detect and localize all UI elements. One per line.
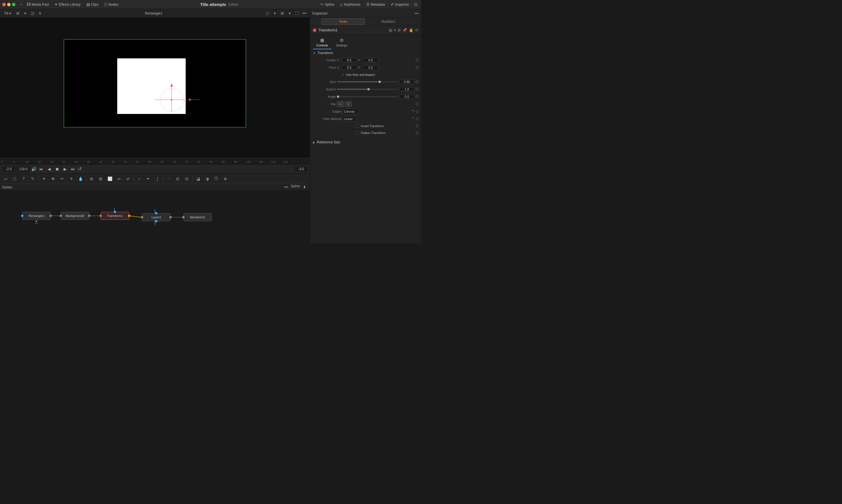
- keyframes-button[interactable]: ◇ Keyframes: [338, 2, 363, 7]
- lock-icon[interactable]: 🔒: [409, 28, 413, 32]
- pivot-x-input[interactable]: [341, 65, 357, 70]
- grid-view-icon[interactable]: ⊞: [398, 28, 401, 32]
- effects-library-button[interactable]: ✦ Effects Library: [52, 2, 83, 7]
- brush-tool[interactable]: ✏: [58, 175, 67, 183]
- share-icon[interactable]: ⊡: [413, 1, 419, 8]
- center-y-input[interactable]: [363, 58, 379, 62]
- size-slider[interactable]: [337, 81, 398, 83]
- select-tool[interactable]: ▭: [1, 175, 10, 183]
- tab-tools[interactable]: Tools: [321, 18, 365, 25]
- nodes-spline-icon[interactable]: ⬍: [301, 184, 308, 191]
- flatten-keyframe-diamond[interactable]: [415, 131, 418, 134]
- crop-tool[interactable]: ⬜: [106, 175, 114, 183]
- center-x-input[interactable]: [341, 58, 357, 62]
- go-to-end-button[interactable]: ⏭: [70, 166, 76, 172]
- node-Layer2[interactable]: Layer2: [142, 213, 171, 221]
- chevron-down-icon[interactable]: ▾: [394, 28, 396, 32]
- minimize-button[interactable]: [7, 3, 11, 6]
- ctrl-tab-controls[interactable]: ⊞ Controls: [313, 36, 331, 49]
- view-chevron-icon[interactable]: ▾: [37, 10, 43, 17]
- pivot-keyframe-diamond[interactable]: [415, 66, 418, 69]
- particle2-tool[interactable]: ⁖: [164, 175, 173, 183]
- size-keyframe-diamond[interactable]: [415, 80, 418, 83]
- fit-dropdown[interactable]: Fit ▾: [2, 11, 13, 16]
- viewer-grid-chevron2[interactable]: ▾: [286, 10, 293, 17]
- app-menu-icon[interactable]: ▾: [19, 2, 23, 7]
- pivot-y-input[interactable]: [363, 65, 379, 70]
- filter-method-select[interactable]: Linear Nearest Bicubic: [343, 116, 356, 122]
- flip-keyframe-diamond[interactable]: [415, 102, 418, 106]
- edges-select[interactable]: Canvas Wrap Duplicate: [343, 109, 358, 114]
- transform2-tool[interactable]: ⊞: [87, 175, 96, 183]
- node-MediaOut1[interactable]: MediaOut1: [183, 213, 212, 221]
- play-button[interactable]: ▶: [62, 166, 68, 172]
- mask-tool[interactable]: ✥: [49, 175, 57, 183]
- map-tool[interactable]: ⊟: [182, 175, 191, 183]
- timeline-strip[interactable]: 0 5 10 15 20 25 30 35 40 45 50 55 60 65 …: [0, 158, 310, 164]
- go-to-start-button[interactable]: ⏮: [38, 166, 44, 172]
- aspect-slider[interactable]: [337, 89, 398, 90]
- fill-tool[interactable]: ◑: [203, 175, 211, 183]
- loop-button[interactable]: ↺: [78, 166, 82, 172]
- center-keyframe-diamond[interactable]: [415, 58, 418, 61]
- text-tool[interactable]: T: [19, 175, 28, 183]
- ellipse-tool[interactable]: ○: [135, 175, 143, 183]
- viewer-fullscreen-icon[interactable]: ⛶: [294, 10, 300, 17]
- flip-h-button[interactable]: ⇔: [337, 101, 344, 107]
- flip-tool[interactable]: ⇄: [124, 175, 132, 183]
- flatten-transform-checkbox[interactable]: [356, 131, 359, 134]
- extra-tool[interactable]: ⊕: [221, 175, 230, 183]
- close-button[interactable]: [2, 3, 6, 6]
- view-mode-icon[interactable]: ⊞: [15, 10, 21, 17]
- media-pool-button[interactable]: 🎞 Media Pool: [24, 2, 51, 7]
- angle-keyframe-diamond[interactable]: [415, 95, 418, 98]
- grid-tool[interactable]: ⊟: [173, 175, 182, 183]
- angle-value-input[interactable]: [399, 94, 415, 99]
- reference-size-section[interactable]: ▶ Reference Size: [310, 139, 421, 146]
- angle-slider[interactable]: [337, 96, 398, 97]
- pen-tool[interactable]: ✒: [144, 175, 153, 183]
- inspector-button[interactable]: ✐ Inspector: [388, 2, 411, 7]
- inspector-more-icon[interactable]: •••: [415, 11, 419, 16]
- size-value-input[interactable]: [399, 79, 415, 84]
- viewer-grid-icon[interactable]: ⊞: [279, 10, 285, 17]
- filter-keyframe-diamond[interactable]: [415, 117, 418, 120]
- resize-tool[interactable]: ⇔: [115, 175, 123, 183]
- flip-v-button[interactable]: ⇕: [345, 101, 352, 107]
- aspect-value-input[interactable]: [399, 87, 415, 91]
- section-header-transform[interactable]: ▼ Transform: [313, 51, 418, 55]
- node-Rectangle1[interactable]: Rectangle1 ▶ ●●: [22, 212, 51, 220]
- volume-icon[interactable]: 🔊: [31, 167, 36, 171]
- viewer-display-icon[interactable]: ⬡: [264, 10, 270, 17]
- reset-icon[interactable]: ↺: [415, 28, 418, 32]
- nodes-tool[interactable]: ⬡: [10, 175, 19, 183]
- type2-tool[interactable]: Ⓣ: [212, 175, 221, 183]
- view-toggle-icon[interactable]: ▾: [22, 10, 28, 17]
- step-back-button[interactable]: ◀: [46, 166, 52, 172]
- gizmo-center[interactable]: [171, 99, 172, 101]
- aspect-keyframe-diamond[interactable]: [415, 88, 418, 91]
- nodes-button[interactable]: ⬡ Nodes: [102, 2, 121, 7]
- node-Background2[interactable]: Background2: [61, 212, 89, 220]
- warp-tool[interactable]: ⊠: [97, 175, 105, 183]
- spline-button[interactable]: 〜 Spline: [318, 1, 337, 8]
- nodes-canvas[interactable]: Rectangle1 ▶ ●● Background2 Transform1: [0, 191, 310, 244]
- invert-transform-checkbox[interactable]: [356, 124, 359, 128]
- metadata-button[interactable]: ☰ Metadata: [364, 2, 387, 7]
- curve-tool[interactable]: ∫: [153, 175, 162, 183]
- drop-tool[interactable]: 💧: [76, 175, 85, 183]
- particle-tool[interactable]: ✦: [40, 175, 48, 183]
- node-Transform1[interactable]: Transform1: [101, 212, 129, 220]
- paint-tool[interactable]: ✎: [29, 175, 37, 183]
- pin-icon[interactable]: 📌: [402, 28, 407, 32]
- nodes-more-icon[interactable]: •••: [283, 184, 290, 191]
- view-split-icon[interactable]: ◫: [29, 10, 36, 17]
- color-tool[interactable]: ☀: [67, 175, 75, 183]
- viewer-grid-chevron[interactable]: ▾: [271, 10, 278, 17]
- viewer-more-icon[interactable]: •••: [301, 10, 308, 17]
- shadow-tool[interactable]: ◪: [194, 175, 202, 183]
- clips-button[interactable]: ▤ Clips: [84, 2, 101, 7]
- color-swatch-icon[interactable]: ▨: [389, 28, 392, 32]
- invert-keyframe-diamond[interactable]: [415, 124, 418, 127]
- stop-button[interactable]: ⏹: [54, 166, 60, 172]
